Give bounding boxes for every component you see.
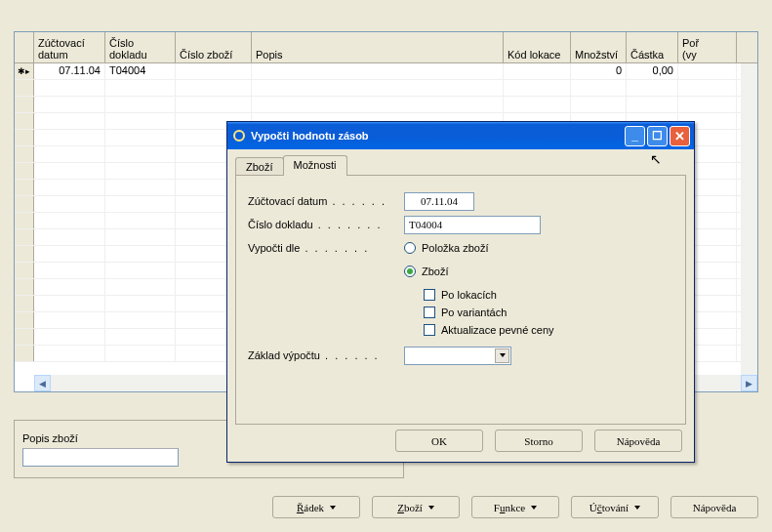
grid-header: Zúčtovací datum Číslo dokladu Číslo zbož… [15,32,757,63]
col-description[interactable]: Popis [252,32,504,62]
document-no-input[interactable] [404,216,541,234]
check-by-location[interactable]: Po lokacích [424,289,673,301]
check-by-variant[interactable]: Po variantách [424,307,673,318]
svg-point-1 [238,135,241,138]
dialog-help-button[interactable]: Nápověda [594,430,682,452]
line-button[interactable]: Řádek [272,496,360,518]
col-location-code[interactable]: Kód lokace [504,32,571,62]
scroll-left-icon[interactable]: ◀ [34,375,51,391]
cell-description[interactable] [252,63,504,79]
posting-date-input[interactable] [404,192,474,211]
posting-date-label: Zúčtovací datum . . . . . . [248,195,404,207]
cell-document-no[interactable]: T04004 [105,63,176,79]
checkbox-icon [424,324,435,336]
ok-button[interactable]: OK [395,430,483,452]
document-no-label: Číslo dokladu . . . . . . . [248,219,404,230]
col-posting-date[interactable]: Zúčtovací datum [34,32,105,62]
calculate-inventory-dialog: Vypočti hodnotu zásob _ ☐ ✕ ↖ Zboží Možn… [226,121,695,463]
close-button[interactable]: ✕ [670,126,690,146]
tab-panel-options: Zúčtovací datum . . . . . . Číslo doklad… [235,175,686,425]
cell-quantity[interactable]: 0 [571,63,627,79]
dialog-title: Vypočti hodnotu zásob [251,130,369,142]
tab-item[interactable]: Zboží [235,157,284,175]
cell-item-no[interactable] [176,63,252,79]
radio-icon [404,242,416,254]
col-order[interactable]: Poř (vy [678,32,737,62]
cell-posting-date[interactable]: 07.11.04 [34,63,105,79]
checkbox-icon [424,307,435,318]
cell-amount[interactable]: 0,00 [627,63,678,79]
checkbox-icon [424,289,435,301]
row-indicator[interactable]: ✱▸ [15,63,34,79]
dialog-tabs: Zboží Možnosti [235,155,686,175]
minimize-button[interactable]: _ [625,126,645,146]
description-field[interactable] [22,448,179,467]
dialog-buttons: OK Storno Nápověda [395,430,682,452]
check-update-std-cost[interactable]: Aktualizace pevné ceny [424,324,673,336]
item-button[interactable]: Zboží [372,496,460,518]
row-selector-header [15,32,34,62]
cell-order[interactable] [678,63,737,79]
bottom-toolbar: Řádek Zboží Funkce Účtování Nápověda [0,496,772,518]
col-document-no[interactable]: Číslo dokladu [105,32,176,62]
description-label: Popis zboží [22,432,78,444]
col-item-no[interactable]: Číslo zboží [176,32,252,62]
scroll-right-icon[interactable]: ▶ [741,375,757,391]
col-amount[interactable]: Částka [627,32,678,62]
cancel-button[interactable]: Storno [495,430,583,452]
chevron-down-icon[interactable] [495,348,509,363]
radio-item[interactable]: Zboží [404,266,449,277]
dialog-body: Zboží Možnosti Zúčtovací datum . . . . .… [235,155,686,423]
calc-base-combo[interactable] [404,347,511,365]
radio-item-ledger-entry[interactable]: Položka zboží [404,242,488,254]
col-quantity[interactable]: Množství [571,32,627,62]
table-row[interactable]: ✱▸ 07.11.04 T04004 0 0,00 [15,63,757,80]
dialog-titlebar[interactable]: Vypočti hodnotu zásob _ ☐ ✕ [227,122,694,149]
calc-base-label: Základ výpočtu . . . . . . [248,349,404,361]
calculate-per-label: Vypočti dle . . . . . . . [248,242,404,254]
posting-button[interactable]: Účtování [571,496,659,518]
tab-options[interactable]: Možnosti [283,155,347,175]
maximize-button[interactable]: ☐ [647,126,668,146]
help-button[interactable]: Nápověda [670,496,758,518]
functions-button[interactable]: Funkce [471,496,559,518]
current-row-icon: ✱▸ [18,66,30,76]
cell-location[interactable] [504,63,571,79]
calc-base-value [405,348,494,364]
gear-icon [231,128,247,143]
vertical-scrollbar[interactable] [741,63,757,375]
radio-icon [404,266,416,277]
